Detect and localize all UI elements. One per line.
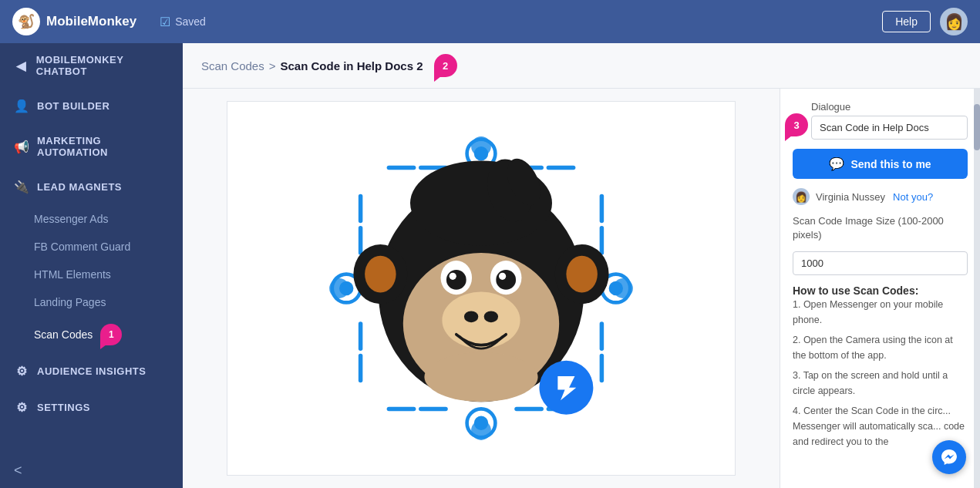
instructions-title: How to use Scan Codes: — [793, 284, 968, 297]
sidebar-marketing-label: MARKETING AUTOMATION — [37, 135, 169, 158]
sidebar-item-bot-builder[interactable]: 👤 BOT BUILDER — [0, 88, 183, 124]
avatar[interactable]: 👩 — [940, 8, 968, 35]
sidebar-sub-landing-pages[interactable]: Landing Pages — [0, 288, 183, 316]
topbar-actions: Help 👩 — [882, 8, 968, 35]
svg-point-45 — [484, 311, 498, 322]
breadcrumb-separator: > — [269, 59, 276, 72]
svg-point-5 — [476, 148, 487, 160]
sidebar-item-audience[interactable]: ⚙ AUDIENCE INSIGHTS — [0, 353, 183, 389]
svg-point-42 — [499, 273, 506, 280]
right-panel: 3 Dialogue 💬 Send this to me 👩 Virginia … — [780, 89, 980, 488]
svg-point-11 — [610, 283, 621, 294]
svg-point-9 — [341, 283, 352, 294]
badge-3: 3 — [785, 113, 808, 136]
sidebar-item-chatbot[interactable]: ◀ MOBILEMONKEY CHATBOT — [0, 43, 183, 88]
main-content: Scan Codes > Scan Code in Help Docs 2 2 — [183, 43, 980, 488]
size-label: Scan Code Image Size (100-2000 pixels) — [793, 214, 968, 242]
messenger-fab[interactable] — [932, 440, 966, 474]
send-button[interactable]: 💬 Send this to me — [793, 149, 968, 179]
logo-icon: 🐒 — [12, 8, 40, 35]
size-input[interactable] — [793, 251, 968, 275]
messenger-send-icon: 💬 — [829, 156, 844, 171]
badge-2: 2 — [434, 54, 457, 77]
svg-point-32 — [566, 256, 597, 293]
dialogue-section: 3 Dialogue — [793, 101, 968, 140]
help-button[interactable]: Help — [882, 11, 931, 32]
instruction-1: 1. Open Messenger on your mobile phone. — [793, 297, 968, 328]
sidebar-settings-label: SETTINGS — [37, 402, 90, 413]
sidebar-sub-fb-comment[interactable]: FB Comment Guard — [0, 233, 183, 261]
sidebar-item-lead-magnets[interactable]: 🔌 LEAD MAGNETS — [0, 169, 183, 205]
svg-point-44 — [464, 311, 478, 322]
logo: 🐒 MobileMonkey — [12, 8, 136, 35]
messenger-fab-icon — [940, 448, 958, 466]
user-name: Virginia Nussey — [816, 191, 885, 203]
right-panel-wrapper: 3 Dialogue 💬 Send this to me 👩 Virginia … — [780, 89, 980, 488]
bot-icon: 👤 — [14, 99, 29, 113]
scan-image-area — [183, 89, 780, 488]
sidebar-sub-scan-codes[interactable]: Scan Codes 1 — [0, 316, 183, 353]
instructions-list: 1. Open Messenger on your mobile phone. … — [793, 297, 968, 449]
sidebar-sub-html-elements[interactable]: HTML Elements — [0, 261, 183, 288]
dialogue-label: Dialogue — [811, 101, 968, 113]
breadcrumb: Scan Codes > Scan Code in Help Docs 2 2 — [183, 43, 980, 89]
sidebar-sub-messenger-ads[interactable]: Messenger Ads — [0, 205, 183, 233]
saved-indicator: ☑ Saved — [160, 15, 206, 29]
sidebar-collapse-button[interactable]: < — [0, 453, 183, 488]
svg-point-43 — [442, 292, 520, 349]
user-row: 👩 Virginia Nussey Not you? — [793, 188, 968, 205]
svg-point-40 — [496, 270, 516, 290]
send-button-label: Send this to me — [850, 158, 931, 170]
scan-image-container — [227, 101, 736, 476]
dialogue-input[interactable] — [811, 116, 968, 140]
svg-point-31 — [365, 256, 396, 293]
sidebar: ◀ MOBILEMONKEY CHATBOT 👤 BOT BUILDER 📢 M… — [0, 43, 183, 488]
sidebar-chatbot-label: MOBILEMONKEY CHATBOT — [36, 54, 169, 77]
sidebar-leads-label: LEAD MAGNETS — [37, 181, 122, 193]
svg-point-7 — [476, 417, 487, 429]
breadcrumb-parent[interactable]: Scan Codes — [201, 59, 264, 72]
marketing-icon: 📢 — [14, 140, 29, 154]
svg-point-41 — [450, 273, 456, 280]
sidebar-item-marketing[interactable]: 📢 MARKETING AUTOMATION — [0, 124, 183, 169]
topbar: 🐒 MobileMonkey ☑ Saved Help 👩 — [0, 0, 980, 43]
settings-icon: ⚙ — [14, 400, 29, 415]
chatbot-icon: ◀ — [14, 59, 29, 73]
breadcrumb-current: Scan Code in Help Docs 2 — [280, 59, 423, 72]
instructions-section: How to use Scan Codes: 1. Open Messenger… — [793, 284, 968, 454]
sidebar-audience-label: AUDIENCE INSIGHTS — [37, 365, 146, 377]
sidebar-bot-label: BOT BUILDER — [37, 100, 109, 112]
scrollbar-track[interactable] — [974, 89, 980, 488]
not-you-link[interactable]: Not you? — [893, 191, 933, 203]
logo-text: MobileMonkey — [46, 14, 136, 29]
audience-icon: ⚙ — [14, 364, 29, 379]
scan-code-image — [235, 111, 727, 466]
instruction-3: 3. Tap on the screen and hold until a ci… — [793, 368, 968, 399]
scrollbar-thumb[interactable] — [974, 104, 980, 150]
instruction-2: 2. Open the Camera using the icon at the… — [793, 332, 968, 363]
sidebar-item-settings[interactable]: ⚙ SETTINGS — [0, 389, 183, 426]
saved-text: Saved — [175, 15, 206, 28]
lead-icon: 🔌 — [14, 180, 29, 194]
svg-point-39 — [446, 270, 466, 290]
svg-point-46 — [424, 352, 537, 402]
check-icon: ☑ — [160, 15, 170, 29]
badge-1: 1 — [100, 324, 122, 345]
main-layout: ◀ MOBILEMONKEY CHATBOT 👤 BOT BUILDER 📢 M… — [0, 43, 980, 488]
content-area: 3 Dialogue 💬 Send this to me 👩 Virginia … — [183, 89, 980, 488]
size-section: Scan Code Image Size (100-2000 pixels) — [793, 214, 968, 242]
user-avatar: 👩 — [793, 188, 810, 205]
